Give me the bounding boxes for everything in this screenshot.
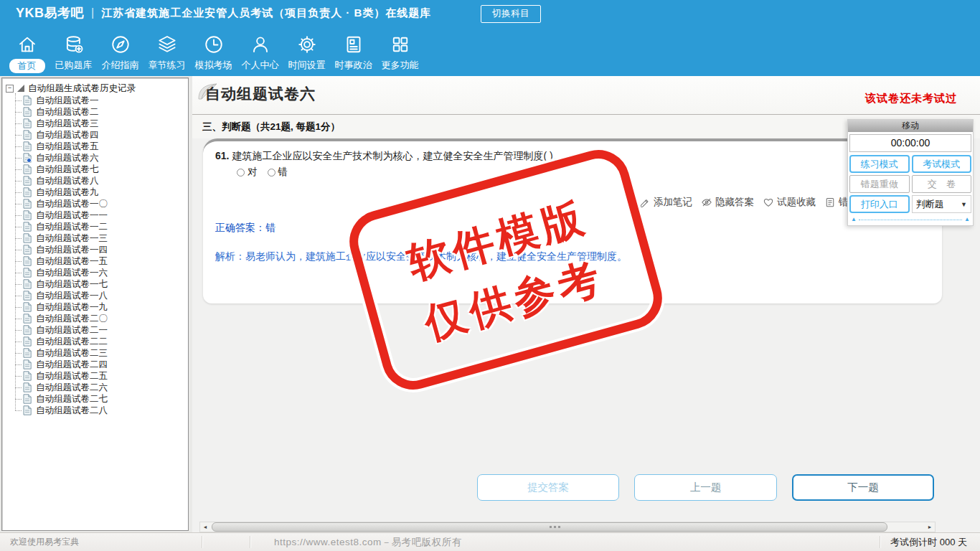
nav-label: 更多功能 [382,59,419,72]
favorite-question-button[interactable]: 试题收藏 [763,196,816,209]
document-icon [23,371,32,381]
document-icon [23,141,32,151]
horizontal-scrollbar[interactable]: ◄ ► [199,522,936,532]
document-icon [23,245,32,255]
hide-answer-button[interactable]: 隐藏答案 [701,196,754,209]
document-icon [23,164,32,174]
triangle-icon: ▲ [851,217,857,222]
nav-item-time-settings[interactable]: 时间设置 [283,26,330,76]
next-question-button[interactable]: 下一题 [792,474,934,501]
pencil-icon [639,197,651,208]
tree-item[interactable]: 自动组题试卷一九 [6,301,188,313]
tree-item[interactable]: 自动组题试卷一 [6,95,188,106]
tree-item[interactable]: 自动组题试卷五 [6,141,188,152]
home-icon [17,34,38,55]
tree-item-label: 自动组题试卷二八 [36,405,108,417]
tree-item[interactable]: 自动组题试卷一〇 [6,198,188,209]
tree-item[interactable]: 自动组题试卷一六 [6,267,188,278]
tree-item[interactable]: 自动组题试卷一一 [6,209,188,221]
question-toolbar: 添加笔记 隐藏答案 试题收藏 [639,196,858,209]
tree-item[interactable]: 自动组题试卷二一 [6,324,188,336]
tree-item[interactable]: 自动组题试卷九 [6,187,188,198]
tree-item-label: 自动组题试卷二一 [36,324,108,336]
nav-item-current-affairs[interactable]: 时事政治 [330,26,377,76]
tree-item[interactable]: 自动组题试卷四 [6,129,188,141]
panel-drag-handle[interactable]: 移动 [848,120,973,132]
tree-collapse-icon[interactable]: − [6,85,14,93]
tree-item[interactable]: 自动组题试卷二四 [6,359,188,370]
nav-item-more-functions[interactable]: 更多功能 [377,26,423,76]
app-logo: YKB易考吧 [16,4,84,22]
tree-item[interactable]: 自动组题试卷一二 [6,221,188,232]
document-icon [23,233,32,243]
tree-item-label: 自动组题试卷二 [36,106,99,118]
panel-buttons: 练习模式 考试模式 错题重做 交 卷 打印入口 判断题 ▼ [848,154,973,215]
tree-item[interactable]: 自动组题试卷一八 [6,290,188,301]
tree-item[interactable]: 自动组题试卷二五 [6,370,188,382]
nav-label: 已购题库 [55,59,93,72]
submit-answer-button[interactable]: 提交答案 [477,474,619,501]
previous-question-button[interactable]: 上一题 [634,474,777,501]
tree-item[interactable]: 自动组题试卷七 [6,164,188,175]
panel-resize-handle[interactable]: ▲ ▲ [851,217,970,222]
print-entry-button[interactable]: 打印入口 [849,195,910,213]
tree-item[interactable]: 自动组题试卷八 [6,175,188,187]
tree-item[interactable]: 自动组题试卷一五 [6,255,188,267]
tree-item-label: 自动组题试卷一六 [36,267,108,279]
question-text-line: 61.建筑施工企业应以安全生产技术制为核心，建立健全安全生产管理制度( )。 [215,150,563,163]
tree-item-label: 自动组题试卷二七 [36,393,108,405]
triangle-icon: ▲ [964,217,970,222]
tree-item[interactable]: 自动组题试卷一七 [6,278,188,290]
nav-item-purchased-banks[interactable]: 已购题库 [50,26,97,76]
radio-true[interactable] [237,169,245,176]
redo-wrong-button[interactable]: 错题重做 [849,175,910,193]
document-icon [23,348,32,358]
nav-item-chapter-practice[interactable]: 章节练习 [143,26,190,76]
document-icon [23,314,32,324]
tree-item[interactable]: 自动组题试卷二六 [6,382,188,393]
statusbar-divider [250,536,250,548]
correct-answer-text: 正确答案：错 [215,222,275,235]
tree-item[interactable]: 自动组题试卷一四 [6,244,188,255]
tree-item[interactable]: 自动组题试卷二八 [6,405,188,416]
tree-item-list: 自动组题试卷一 自动组题试卷二 自动组题试卷三 自动组题试卷四 [6,95,188,416]
scrollbar-thumb[interactable] [212,522,887,532]
tree-item[interactable]: 自动组题试卷二七 [6,393,188,405]
hide-answer-label: 隐藏答案 [715,196,754,209]
nav-item-guide[interactable]: 介绍指南 [97,26,143,76]
grid-icon [390,34,411,55]
submit-paper-button[interactable]: 交 卷 [912,175,972,193]
option-false[interactable]: 错 [268,166,288,179]
add-note-button[interactable]: 添加笔记 [639,196,692,209]
document-icon [23,302,32,312]
tree-item-label: 自动组题试卷二三 [36,347,108,359]
document-icon [23,405,32,415]
tree-item-label: 自动组题试卷一〇 [36,198,108,210]
tree-item[interactable]: 自动组题试卷一三 [6,232,188,244]
tree-item[interactable]: 自动组题试卷二二 [6,336,188,347]
radio-false[interactable] [268,169,275,176]
nav-item-mock-exam[interactable]: 模拟考场 [190,26,237,76]
question-text: 建筑施工企业应以安全生产技术制为核心，建立健全安全生产管理制度( )。 [232,150,562,161]
tree-item[interactable]: 自动组题试卷三 [6,118,188,129]
practice-mode-button[interactable]: 练习模式 [849,155,910,173]
tree-item[interactable]: 自动组题试卷六 [6,152,188,164]
clock-icon [203,34,225,55]
scroll-left-arrow-icon[interactable]: ◄ [200,522,210,532]
question-type-dropdown[interactable]: 判断题 ▼ [912,195,972,213]
nav-item-home[interactable]: 首页 [4,26,50,76]
switch-subject-button[interactable]: 切换科目 [481,5,541,23]
chevron-down-icon: ▼ [961,201,967,208]
exam-mode-button[interactable]: 考试模式 [912,155,972,173]
nav-item-personal-center[interactable]: 个人中心 [237,26,283,76]
tree-root-node[interactable]: − 自动组题生成试卷历史记录 [6,82,188,95]
tree-item[interactable]: 自动组题试卷二 [6,106,188,118]
tree-item-label: 自动组题试卷一一 [36,209,108,222]
paper-title-bar: 自动组题试卷六 该试卷还未考试过 [192,76,980,115]
tree-item[interactable]: 自动组题试卷二三 [6,347,188,359]
option-true[interactable]: 对 [237,166,258,179]
tree-item[interactable]: 自动组题试卷二〇 [6,313,188,324]
scroll-right-arrow-icon[interactable]: ► [925,522,935,532]
database-icon [63,34,85,55]
tree-item-label: 自动组题试卷九 [36,187,99,199]
